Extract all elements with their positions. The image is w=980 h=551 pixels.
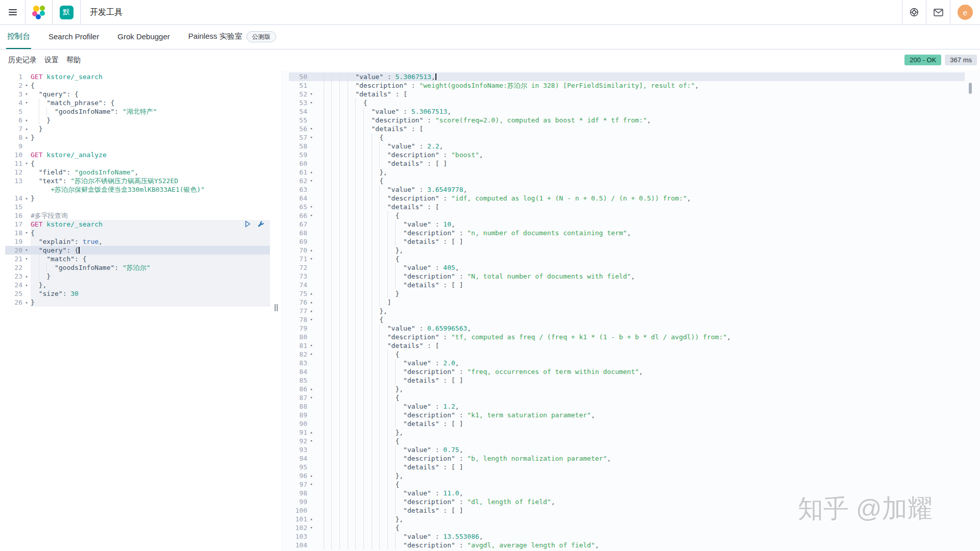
code-line[interactable]: 6▴ } bbox=[5, 116, 270, 124]
fold-icon[interactable]: ▾ bbox=[22, 229, 31, 237]
fold-icon[interactable]: ▴ bbox=[307, 307, 315, 315]
code-line[interactable]: 99 "description" : "dl, length of field"… bbox=[289, 497, 965, 506]
help-button[interactable] bbox=[902, 0, 926, 24]
code-line[interactable]: 5 "goodsInfoName": "湖北特产" bbox=[5, 107, 270, 116]
help-link[interactable]: 帮助 bbox=[66, 56, 81, 65]
fold-icon[interactable]: ▾ bbox=[307, 177, 315, 185]
code-line[interactable]: 3▾ "query": { bbox=[5, 90, 270, 98]
space-badge[interactable]: 默 bbox=[60, 6, 74, 19]
fold-icon[interactable]: ▴ bbox=[307, 298, 315, 307]
fold-icon[interactable]: ▾ bbox=[22, 81, 31, 90]
fold-icon[interactable]: ▴ bbox=[22, 194, 31, 203]
code-line[interactable]: 100 "details" : [ ] bbox=[289, 506, 965, 515]
code-line[interactable]: 26▴} bbox=[5, 298, 270, 307]
code-line[interactable]: 75▴ } bbox=[289, 289, 965, 298]
code-line[interactable]: 18▾{ bbox=[5, 229, 270, 237]
fold-icon[interactable]: ▾ bbox=[22, 159, 31, 168]
code-line[interactable]: 63 "value" : 3.6549778, bbox=[289, 185, 965, 194]
code-line[interactable]: 55 "description" : "score(freq=2.0), com… bbox=[289, 116, 965, 124]
code-line[interactable]: 20▾ "query": { bbox=[5, 246, 270, 255]
code-line[interactable]: 89 "description" : "k1, term saturation … bbox=[289, 411, 965, 419]
fold-icon[interactable]: ▾ bbox=[307, 523, 315, 532]
code-line[interactable]: 16#多字段查询 bbox=[5, 211, 270, 220]
code-line[interactable]: 94 "description" : "b, length normalizat… bbox=[289, 454, 965, 463]
code-line[interactable]: 58 "value" : 2.2, bbox=[289, 142, 965, 151]
code-line[interactable]: 83 "value" : 2.0, bbox=[289, 359, 965, 367]
fold-icon[interactable]: ▴ bbox=[22, 298, 31, 307]
fold-icon[interactable]: ▾ bbox=[22, 246, 31, 255]
code-line[interactable]: 10GET kstore/_analyze bbox=[5, 151, 270, 159]
scrollbar-thumb[interactable] bbox=[969, 83, 972, 94]
tab-search-profiler[interactable]: Search Profiler bbox=[47, 25, 100, 49]
code-line[interactable]: 82▾ { bbox=[289, 350, 965, 359]
fold-icon[interactable]: ▾ bbox=[22, 98, 31, 107]
code-line[interactable]: 95 "details" : [ ] bbox=[289, 463, 965, 471]
code-line[interactable]: 73 "description" : "N, total number of d… bbox=[289, 272, 965, 281]
code-line[interactable]: 50 "value" : 5.3067513, bbox=[289, 72, 965, 81]
code-line[interactable]: 90 "details" : [ ] bbox=[289, 419, 965, 428]
code-line[interactable]: 1GET kstore/_search bbox=[5, 72, 270, 81]
code-line[interactable]: 71▾ { bbox=[289, 255, 965, 263]
code-line[interactable]: 96▴ }, bbox=[289, 471, 965, 480]
send-request-button[interactable] bbox=[243, 220, 252, 228]
fold-icon[interactable]: ▴ bbox=[307, 385, 315, 393]
code-line[interactable]: 17GET kstore/_search bbox=[5, 220, 270, 229]
wrench-icon[interactable] bbox=[257, 220, 265, 228]
code-line[interactable]: 61▴ }, bbox=[289, 168, 965, 177]
fold-icon[interactable]: ▴ bbox=[307, 515, 315, 523]
code-line[interactable]: 92▾ { bbox=[289, 437, 965, 445]
tab-grok-debugger[interactable]: Grok Debugger bbox=[116, 25, 171, 49]
code-line[interactable]: 11▾{ bbox=[5, 159, 270, 168]
tab-painless-lab[interactable]: Painless 实验室公测版 bbox=[187, 25, 277, 49]
code-line[interactable]: 72 "value" : 405, bbox=[289, 263, 965, 272]
fold-icon[interactable]: ▴ bbox=[22, 281, 31, 289]
code-line[interactable]: 13 "text": "苏泊尔不锈钢压力锅高压锅YS22ED bbox=[5, 177, 270, 185]
response-viewer[interactable]: 50 "value" : 5.3067513,51 "description" … bbox=[282, 70, 980, 551]
code-line[interactable]: 53▾ { bbox=[289, 98, 965, 107]
code-line[interactable]: 60 "details" : [ ] bbox=[289, 159, 965, 168]
fold-icon[interactable]: ▴ bbox=[307, 168, 315, 177]
history-link[interactable]: 历史记录 bbox=[8, 56, 37, 65]
code-line[interactable]: 9 bbox=[5, 142, 270, 151]
code-line[interactable]: 62▾ { bbox=[289, 177, 965, 185]
resize-handle-icon[interactable] bbox=[275, 304, 278, 311]
code-line[interactable]: 64 "description" : "idf, computed as log… bbox=[289, 194, 965, 203]
fold-icon[interactable]: ▾ bbox=[307, 480, 315, 489]
code-line[interactable]: 87▾ { bbox=[289, 393, 965, 402]
code-line[interactable]: 88 "value" : 1.2, bbox=[289, 402, 965, 411]
code-line[interactable]: 4▾ "match_phrase": { bbox=[5, 98, 270, 107]
code-line[interactable]: 51 "description" : "weight(goodsInfoName… bbox=[289, 81, 965, 90]
code-line[interactable]: 65▾ "details" : [ bbox=[289, 203, 965, 211]
code-line[interactable]: 91▴ }, bbox=[289, 428, 965, 437]
code-line[interactable]: 19 "explain": true, bbox=[5, 237, 270, 246]
tab-console[interactable]: 控制台 bbox=[6, 25, 31, 49]
fold-icon[interactable]: ▴ bbox=[307, 428, 315, 437]
code-line[interactable]: 69 "details" : [ ] bbox=[289, 237, 965, 246]
user-avatar[interactable]: e bbox=[958, 5, 973, 20]
code-line[interactable]: 68 "description" : "n, number of documen… bbox=[289, 229, 965, 237]
fold-icon[interactable]: ▾ bbox=[307, 124, 315, 133]
code-line[interactable]: 86▴ }, bbox=[289, 385, 965, 393]
code-line[interactable]: 24▴ }, bbox=[5, 281, 270, 289]
fold-icon[interactable]: ▴ bbox=[22, 272, 31, 281]
code-line[interactable]: 98 "value" : 11.0, bbox=[289, 489, 965, 497]
code-line[interactable]: 103 "value" : 13.553086, bbox=[289, 532, 965, 541]
code-line[interactable]: 97▾ { bbox=[289, 480, 965, 489]
code-line[interactable]: 52▾ "details" : [ bbox=[289, 90, 965, 98]
menu-icon[interactable] bbox=[0, 0, 25, 24]
fold-icon[interactable]: ▾ bbox=[307, 133, 315, 142]
code-line[interactable]: 67 "value" : 10, bbox=[289, 220, 965, 229]
code-line[interactable]: 22 "goodsInfoName": "苏泊尔" bbox=[5, 263, 270, 272]
fold-icon[interactable]: ▴ bbox=[307, 471, 315, 480]
code-line[interactable]: 85 "details" : [ ] bbox=[289, 376, 965, 385]
code-line[interactable]: 59 "description" : "boost", bbox=[289, 151, 965, 159]
fold-icon[interactable]: ▾ bbox=[307, 211, 315, 220]
fold-icon[interactable]: ▾ bbox=[307, 341, 315, 350]
code-line[interactable]: 84 "description" : "freq, occurrences of… bbox=[289, 367, 965, 376]
fold-icon[interactable]: ▾ bbox=[307, 315, 315, 324]
fold-icon[interactable]: ▾ bbox=[307, 98, 315, 107]
code-line[interactable]: 56▾ "details" : [ bbox=[289, 124, 965, 133]
code-line[interactable]: 70▴ }, bbox=[289, 246, 965, 255]
code-line[interactable]: 79 "value" : 0.65996563, bbox=[289, 324, 965, 333]
fold-icon[interactable]: ▴ bbox=[307, 289, 315, 298]
